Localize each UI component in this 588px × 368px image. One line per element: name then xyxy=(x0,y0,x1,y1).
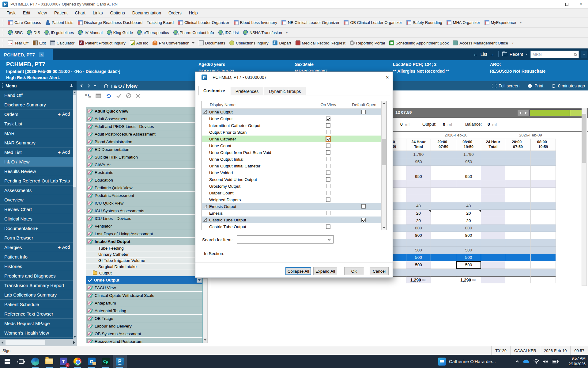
iview-band[interactable]: Antepartum xyxy=(86,299,202,307)
flowsheet-row[interactable]: 500500 xyxy=(376,254,556,261)
menu-item[interactable]: Options xyxy=(107,9,129,17)
iview-band[interactable]: Antenatal Testing xyxy=(86,307,202,315)
flowsheet-cell[interactable] xyxy=(481,158,505,166)
dialog-item-row[interactable]: Second Void Urine Output xyxy=(202,176,386,183)
flowsheet-row[interactable] xyxy=(376,195,556,202)
flowsheet-cell[interactable] xyxy=(505,269,531,276)
prev-icon[interactable] xyxy=(519,111,521,114)
flowsheet-row[interactable] xyxy=(376,166,556,173)
history-dropdown-icon[interactable] xyxy=(94,85,96,86)
toolbar-overflow-icon[interactable]: ▾ xyxy=(520,21,522,24)
toolbar-overflow-icon[interactable]: ▾ xyxy=(286,31,288,34)
sidebar-item[interactable]: Patient Info+ xyxy=(0,252,73,262)
sidebar-item[interactable]: Reference Text Browser+ xyxy=(0,309,73,319)
on-view-checkbox[interactable] xyxy=(326,164,330,168)
on-view-checkbox[interactable] xyxy=(326,117,330,121)
iview-band[interactable]: Intake And Output xyxy=(86,238,202,245)
sidebar-item[interactable]: Documentation++ xyxy=(0,224,73,233)
tab-preferences[interactable]: Preferences xyxy=(231,87,263,95)
hidden-icons-chevron[interactable] xyxy=(515,360,519,363)
flowsheet-cell[interactable] xyxy=(531,188,556,195)
sidebar-item[interactable]: Overview+ xyxy=(0,195,73,205)
flowsheet-cell[interactable] xyxy=(505,180,531,188)
flowsheet-row[interactable] xyxy=(376,188,556,195)
flowsheet-cell[interactable] xyxy=(481,166,505,173)
iview-band[interactable]: Last Days of Living Assessment xyxy=(86,230,202,238)
iview-band[interactable]: ICU Systems Assessments xyxy=(86,207,202,215)
toolbar-button[interactable]: Collections Inquiry xyxy=(227,40,270,45)
flowsheet-cell[interactable] xyxy=(481,269,505,276)
toolbar-button[interactable]: Safety Rounding xyxy=(404,20,444,25)
sidebar-item[interactable]: Results Review+ xyxy=(0,167,73,176)
iview-band[interactable]: Adult and PEDS Lines - Devices xyxy=(86,123,202,130)
flowsheet-cell[interactable] xyxy=(505,195,531,202)
confirm-icon[interactable] xyxy=(116,94,122,98)
sidebar-item[interactable]: Allergies+Add xyxy=(0,243,73,252)
toolbar-button[interactable]: Exit xyxy=(31,40,48,45)
flowsheet-cell[interactable] xyxy=(456,269,481,276)
on-view-checkbox[interactable] xyxy=(326,171,330,175)
toolbar-button[interactable]: Calculator xyxy=(48,40,77,45)
toolbar-button[interactable]: eTherapeutics xyxy=(135,30,171,35)
flowsheet-row[interactable] xyxy=(376,180,556,188)
flowsheet-row[interactable]: 800800 xyxy=(376,232,556,239)
flowsheet-cell[interactable] xyxy=(481,224,505,232)
iview-section[interactable]: Surgical Drain Intake xyxy=(86,264,202,270)
toolbar-button[interactable]: Medical Record Request xyxy=(293,40,348,45)
flowsheet-cell[interactable] xyxy=(431,173,456,180)
flowsheet-cell[interactable]: 1,290mL xyxy=(456,276,481,283)
iview-section-folder[interactable]: Output xyxy=(86,270,202,276)
tab-close-icon[interactable]: × xyxy=(39,52,44,57)
flowsheet-cell[interactable] xyxy=(531,261,556,269)
flowsheet-cell[interactable] xyxy=(456,180,481,188)
flowsheet-cell[interactable] xyxy=(481,276,505,283)
flowsheet-cell[interactable] xyxy=(481,188,505,195)
flowsheet-cell[interactable] xyxy=(431,239,456,247)
sidebar-add-button[interactable]: +Add xyxy=(58,150,70,155)
time-progress-bar[interactable] xyxy=(530,109,582,116)
iview-band[interactable]: PACU View xyxy=(86,284,202,292)
flowsheet-cell[interactable] xyxy=(531,217,556,224)
list-forward-icon[interactable]: → xyxy=(490,52,495,57)
toolbar-button[interactable]: Tear Off xyxy=(6,40,31,45)
flowsheet-cell[interactable]: 40 xyxy=(406,202,431,210)
flowsheet-cell[interactable] xyxy=(505,188,531,195)
flowsheet-cell[interactable] xyxy=(481,254,505,261)
flowsheet-cell[interactable] xyxy=(456,188,481,195)
flowsheet-cell[interactable] xyxy=(505,158,531,166)
sidebar-item[interactable]: Hand Off+ xyxy=(0,90,73,100)
flowsheet-cell[interactable] xyxy=(505,276,531,283)
fullscreen-button[interactable]: Full screen xyxy=(492,83,519,88)
on-view-checkbox[interactable] xyxy=(326,144,330,148)
menu-item[interactable]: Edit xyxy=(19,9,34,17)
time-nav-buttons[interactable] xyxy=(517,110,529,116)
toolbar-button[interactable]: MHA Organizer xyxy=(444,20,482,25)
flowsheet-cell[interactable] xyxy=(481,180,505,188)
scroll-right-icon[interactable] xyxy=(73,341,75,344)
dialog-item-row[interactable]: Urostomy Output xyxy=(202,183,386,190)
dialog-item-row[interactable]: Gastric Tube Output xyxy=(202,223,386,230)
taskbar-app-outlook[interactable]: O xyxy=(85,355,99,368)
flowsheet-cell[interactable] xyxy=(505,254,531,261)
flowsheet-cell[interactable]: 20 xyxy=(406,210,431,217)
dialog-close-icon[interactable]: × xyxy=(386,74,389,81)
back-icon[interactable] xyxy=(80,84,84,87)
flowsheet-cell[interactable]: 500 xyxy=(406,254,431,261)
dialog-item-row[interactable]: Urine Voided xyxy=(202,169,386,176)
default-open-checkbox[interactable] xyxy=(361,204,366,209)
flowsheet-row[interactable]: 500500 xyxy=(376,261,556,269)
flowsheet-cell[interactable] xyxy=(531,210,556,217)
default-open-checkbox[interactable] xyxy=(361,110,366,114)
flowsheet-cell[interactable] xyxy=(481,210,505,217)
sidebar-horizontal-scrollbar[interactable] xyxy=(0,339,77,346)
scroll-left-icon[interactable] xyxy=(2,341,3,344)
iview-band[interactable]: Blood Administration xyxy=(86,138,202,146)
print-button[interactable]: Print xyxy=(527,83,543,88)
task-view-button[interactable] xyxy=(14,355,28,368)
menu-item[interactable]: Help xyxy=(185,9,202,17)
toolbar-button[interactable]: Care Compass xyxy=(6,20,43,25)
flowsheet-row[interactable]: 1,290mL1,290mL xyxy=(376,276,556,283)
flowsheet-cell[interactable]: 1,790 xyxy=(456,151,481,158)
iview-band[interactable]: ICU Quick View xyxy=(86,199,202,207)
toolbar-button[interactable]: Blood Loss Inventory xyxy=(232,20,279,25)
